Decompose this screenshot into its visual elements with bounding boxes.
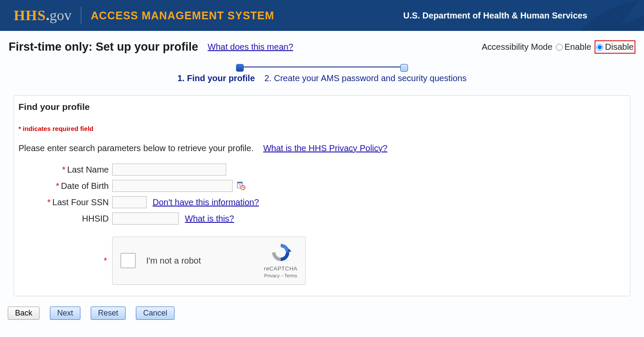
ssn-row: *Last Four SSN Don't have this informati…	[22, 196, 626, 208]
hhsid-row: HHSID What is this?	[22, 213, 626, 225]
panel-title: Find your profile	[18, 102, 626, 112]
required-star-icon: *	[104, 256, 107, 265]
recaptcha-brand: reCAPTCHA	[264, 265, 297, 272]
header-separator	[81, 7, 81, 24]
required-star-icon: *	[56, 181, 59, 191]
privacy-policy-link[interactable]: What is the HHS Privacy Policy?	[263, 143, 387, 153]
accessibility-enable-option[interactable]: Enable	[555, 41, 592, 53]
calendar-icon[interactable]	[237, 182, 245, 190]
recaptcha-widget: I'm not a robot reCAPTCHA Privacy - Term…	[112, 237, 306, 285]
hhsid-help-link[interactable]: What is this?	[185, 214, 234, 224]
site-logo[interactable]: HHS.gov	[14, 7, 71, 24]
panel-instruction: Please enter search parameters below to …	[18, 143, 626, 153]
recaptcha-label: I'm not a robot	[146, 256, 264, 266]
captcha-row: * I'm not a robot reCAPTCHA Privacy - Te…	[22, 237, 626, 285]
logo-dot: .	[46, 7, 50, 24]
hhsid-label-wrap: HHSID	[22, 214, 112, 224]
recaptcha-privacy-link[interactable]: Privacy	[264, 273, 280, 278]
ssn-input[interactable]	[112, 196, 147, 208]
required-field-note: * indicates required field	[18, 125, 626, 132]
accessibility-enable-radio[interactable]	[556, 44, 563, 51]
ssn-label: Last Four SSN	[52, 197, 109, 207]
progress-step-1-node	[236, 64, 244, 72]
last-name-label-wrap: *Last Name	[22, 165, 112, 175]
recaptcha-logo-icon	[270, 243, 291, 262]
logo-hhs: HHS	[14, 7, 46, 24]
recaptcha-links: Privacy - Terms	[264, 273, 297, 279]
logo-gov: gov	[49, 7, 71, 24]
what-does-this-mean-link[interactable]: What does this mean?	[208, 42, 293, 52]
recaptcha-sep: -	[280, 273, 285, 279]
recaptcha-badge: reCAPTCHA Privacy - Terms	[264, 243, 297, 279]
progress-step-2-node	[400, 64, 408, 72]
cancel-button[interactable]: Cancel	[136, 307, 175, 320]
page-title: First-time only: Set up your profile	[9, 40, 198, 54]
dob-row: *Date of Birth	[22, 180, 626, 192]
progress-step-labels: 1. Find your profile 2. Create your AMS …	[0, 73, 644, 83]
accessibility-enable-text: Enable	[564, 42, 591, 52]
dob-label: Date of Birth	[61, 181, 109, 191]
reset-button[interactable]: Reset	[91, 307, 126, 320]
next-button[interactable]: Next	[50, 307, 80, 320]
accessibility-mode-group: Accessibility Mode Enable Disable	[482, 40, 636, 54]
progress-line	[239, 67, 405, 67]
header-eagle-art	[571, 0, 644, 31]
hhsid-label: HHSID	[82, 214, 109, 223]
required-star-icon: *	[47, 197, 51, 207]
hhsid-input[interactable]	[112, 213, 179, 225]
accessibility-mode-label: Accessibility Mode	[482, 42, 553, 52]
department-name: U.S. Department of Health & Human Servic…	[403, 11, 587, 21]
progress-step-1-label: 1. Find your profile	[178, 73, 255, 83]
dob-label-wrap: *Date of Birth	[22, 181, 112, 191]
last-name-input[interactable]	[112, 164, 226, 176]
profile-form: *Last Name *Date of Birth	[18, 164, 626, 285]
ssn-help-link[interactable]: Don't have this information?	[153, 197, 259, 207]
last-name-label: Last Name	[67, 165, 109, 174]
recaptcha-terms-link[interactable]: Terms	[284, 273, 297, 278]
accessibility-disable-option[interactable]: Disable	[595, 40, 635, 54]
last-name-row: *Last Name	[22, 164, 626, 176]
accessibility-disable-text: Disable	[605, 42, 634, 52]
find-profile-panel: Find your profile * indicates required f…	[14, 95, 630, 296]
svg-line-6	[243, 188, 244, 188]
ssn-label-wrap: *Last Four SSN	[22, 197, 112, 207]
system-title: ACCESS MANAGEMENT SYSTEM	[91, 9, 274, 22]
progress-tracker: 1. Find your profile 2. Create your AMS …	[0, 64, 644, 83]
captcha-label-wrap: *	[22, 256, 112, 266]
recaptcha-checkbox[interactable]	[120, 253, 136, 268]
progress-step-2-label: 2. Create your AMS password and security…	[264, 73, 466, 83]
progress-bar	[236, 64, 408, 70]
page-header-row: First-time only: Set up your profile Wha…	[0, 31, 644, 56]
back-button[interactable]: Back	[8, 307, 40, 320]
required-star-icon: *	[62, 165, 65, 174]
action-buttons: Back Next Reset Cancel	[8, 307, 644, 320]
instruction-text: Please enter search parameters below to …	[18, 143, 254, 153]
header-bar: HHS.gov ACCESS MANAGEMENT SYSTEM U.S. De…	[0, 0, 644, 31]
dob-input[interactable]	[112, 180, 233, 192]
accessibility-disable-radio[interactable]	[596, 44, 603, 51]
svg-rect-1	[237, 182, 242, 183]
